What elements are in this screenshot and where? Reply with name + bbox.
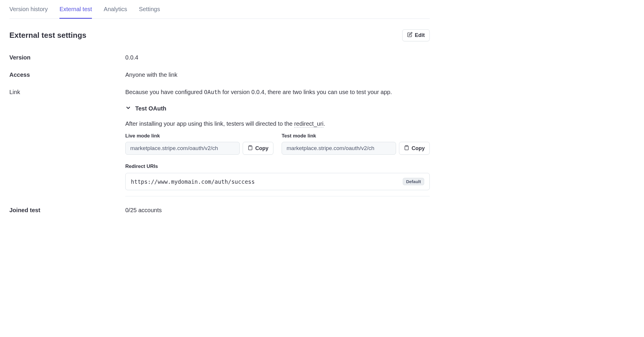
copy-live-mode-button[interactable]: Copy — [243, 142, 273, 155]
copy-label: Copy — [255, 145, 268, 152]
test-mode-url[interactable]: marketplace.stripe.com/oauth/v2/ch — [282, 142, 396, 155]
redirect-uris-label: Redirect URIs — [125, 164, 430, 169]
test-oauth-toggle[interactable]: Test OAuth — [125, 105, 430, 112]
version-label: Version — [9, 54, 125, 61]
tab-external-test[interactable]: External test — [59, 6, 92, 19]
row-link: Link Because you have configured OAuth f… — [9, 89, 430, 196]
svg-rect-0 — [249, 145, 251, 146]
access-value: Anyone with the link — [125, 72, 430, 78]
default-badge: Default — [403, 178, 424, 185]
edit-icon — [407, 32, 412, 39]
live-mode-label: Live mode link — [125, 133, 273, 139]
svg-rect-1 — [406, 145, 407, 146]
row-joined-test: Joined test 0/25 accounts — [9, 207, 430, 214]
oauth-desc-post: . — [323, 120, 325, 127]
live-mode-url[interactable]: marketplace.stripe.com/oauth/v2/ch — [125, 142, 240, 155]
tab-version-history[interactable]: Version history — [9, 6, 48, 19]
link-label: Link — [9, 89, 125, 96]
test-oauth-title: Test OAuth — [135, 105, 166, 112]
oauth-desc-pre: After installing your app using this lin… — [125, 120, 294, 127]
joined-test-label: Joined test — [9, 207, 125, 214]
row-access: Access Anyone with the link — [9, 72, 430, 78]
tabs-bar: Version history External test Analytics … — [9, 6, 430, 19]
oauth-description: After installing your app using this lin… — [125, 120, 430, 127]
test-mode-col: Test mode link marketplace.stripe.com/oa… — [282, 133, 430, 155]
link-desc-code: OAuth — [204, 89, 221, 95]
tab-analytics[interactable]: Analytics — [104, 6, 127, 19]
clipboard-icon — [248, 145, 253, 152]
link-columns: Live mode link marketplace.stripe.com/oa… — [125, 133, 430, 155]
link-desc-post: for version 0.0.4, there are two links y… — [221, 89, 392, 95]
edit-button[interactable]: Edit — [402, 29, 430, 41]
row-version: Version 0.0.4 — [9, 54, 430, 61]
version-value: 0.0.4 — [125, 54, 430, 61]
copy-label: Copy — [412, 145, 425, 152]
test-mode-label: Test mode link — [282, 133, 430, 139]
link-desc-pre: Because you have configured — [125, 89, 204, 95]
link-content: Because you have configured OAuth for ve… — [125, 89, 430, 196]
header-row: External test settings Edit — [9, 29, 430, 41]
redirect-uri-box: https://www.mydomain.com/auth/success De… — [125, 173, 430, 190]
joined-test-value: 0/25 accounts — [125, 207, 430, 214]
access-label: Access — [9, 72, 125, 78]
redirect-uri-value: https://www.mydomain.com/auth/success — [131, 178, 255, 185]
live-mode-col: Live mode link marketplace.stripe.com/oa… — [125, 133, 273, 155]
tab-settings[interactable]: Settings — [139, 6, 160, 19]
test-mode-row: marketplace.stripe.com/oauth/v2/ch Copy — [282, 142, 430, 155]
section-divider — [125, 196, 430, 196]
redirect-uri-term[interactable]: redirect_uri — [294, 120, 323, 127]
link-description: Because you have configured OAuth for ve… — [125, 89, 430, 96]
clipboard-icon — [404, 145, 409, 152]
edit-button-label: Edit — [415, 32, 425, 38]
chevron-down-icon — [125, 105, 131, 112]
live-mode-row: marketplace.stripe.com/oauth/v2/ch Copy — [125, 142, 273, 155]
page-title: External test settings — [9, 31, 86, 40]
copy-test-mode-button[interactable]: Copy — [399, 142, 430, 155]
